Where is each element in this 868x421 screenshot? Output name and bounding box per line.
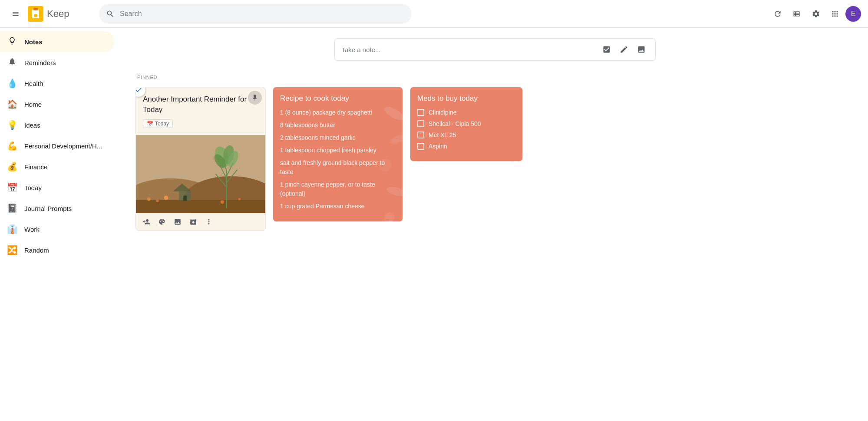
sidebar-label-ideas: Ideas <box>24 122 40 129</box>
sidebar-label-work: Work <box>24 226 40 233</box>
svg-rect-7 <box>136 200 265 213</box>
svg-point-11 <box>221 200 224 204</box>
search-icon <box>106 10 115 18</box>
sidebar: Notes Reminders 💧 Health 🏠 Home 💡 Ideas … <box>0 28 122 421</box>
sidebar-item-ideas[interactable]: 💡 Ideas <box>0 115 115 135</box>
meds-card-content: Meds to buy today Clinidipine Shellcal -… <box>410 87 522 161</box>
checkbox-3[interactable] <box>417 132 424 138</box>
meds-item-4[interactable]: Aspirin <box>417 143 515 150</box>
tag-label: Today <box>155 121 169 127</box>
reminder-card-title: Another Important Reminder for Today <box>143 94 258 115</box>
recipe-item-1: 1 (8 ounce) package dry spaghetti <box>280 108 396 117</box>
new-image-button[interactable] <box>634 43 648 56</box>
sidebar-label-health: Health <box>24 80 43 87</box>
work-icon: 👔 <box>7 224 17 234</box>
recipe-item-7: 1 cup grated Parmesan cheese <box>280 202 396 211</box>
sidebar-item-home[interactable]: 🏠 Home <box>0 94 115 115</box>
reminder-card-content: Another Important Reminder for Today 📅 T… <box>136 87 265 135</box>
menu-button[interactable] <box>7 5 24 23</box>
search-input[interactable] <box>120 10 405 18</box>
sidebar-item-work[interactable]: 👔 Work <box>0 219 115 240</box>
recipe-card-title: Recipe to cook today <box>280 94 396 103</box>
new-drawing-button[interactable] <box>617 43 631 56</box>
notes-grid: Another Important Reminder for Today 📅 T… <box>135 87 854 231</box>
avatar[interactable]: E <box>845 6 861 22</box>
keep-logo <box>28 6 43 22</box>
note-card-reminder[interactable]: Another Important Reminder for Today 📅 T… <box>135 87 266 231</box>
svg-point-10 <box>164 195 168 200</box>
note-card-recipe[interactable]: Recipe to cook today 1 (8 ounce) package… <box>273 87 403 222</box>
reminder-tag: 📅 Today <box>143 119 173 128</box>
home-icon: 🏠 <box>7 99 17 109</box>
personal-icon: 💪 <box>7 141 17 151</box>
layout: Notes Reminders 💧 Health 🏠 Home 💡 Ideas … <box>0 28 868 421</box>
card-illustration <box>136 135 265 213</box>
pinned-section-label: PINNED <box>135 75 854 80</box>
sidebar-item-reminders[interactable]: Reminders <box>0 52 115 73</box>
meds-label-3: Met XL 25 <box>429 132 456 138</box>
header-left: Keep <box>7 5 94 23</box>
recipe-item-3: 2 tablespoons minced garlic <box>280 133 396 142</box>
sidebar-item-personal[interactable]: 💪 Personal Development/H... <box>0 135 115 156</box>
sidebar-item-today[interactable]: 📅 Today <box>0 177 115 198</box>
main-content: Take a note... PINNED <box>122 28 868 421</box>
checkbox-2[interactable] <box>417 120 424 127</box>
recipe-card-content: Recipe to cook today 1 (8 ounce) package… <box>273 87 403 221</box>
recipe-item-5: salt and freshly ground black pepper to … <box>280 158 396 177</box>
sidebar-label-journal: Journal Prompts <box>24 205 72 212</box>
sidebar-item-notes[interactable]: Notes <box>0 31 115 52</box>
sidebar-item-journal[interactable]: 📓 Journal Prompts <box>0 198 115 219</box>
app-title: Keep <box>47 8 69 20</box>
search-bar[interactable] <box>99 4 412 24</box>
sidebar-label-finance: Finance <box>24 163 47 171</box>
svg-rect-2 <box>33 8 38 10</box>
sidebar-label-today: Today <box>24 184 42 191</box>
meds-card-title: Meds to buy today <box>417 94 515 103</box>
meds-item-2[interactable]: Shellcal - Cipla 500 <box>417 120 515 127</box>
health-icon: 💧 <box>7 78 17 89</box>
sidebar-item-finance[interactable]: 💰 Finance <box>0 156 115 177</box>
layout-button[interactable] <box>788 5 805 23</box>
illustration-svg <box>136 135 265 213</box>
reminders-icon <box>7 57 17 68</box>
sidebar-item-health[interactable]: 💧 Health <box>0 73 115 94</box>
svg-point-8 <box>147 197 151 201</box>
meds-item-1[interactable]: Clinidipine <box>417 109 515 116</box>
ideas-icon: 💡 <box>7 120 17 130</box>
more-options-button[interactable] <box>202 215 216 229</box>
take-note-placeholder: Take a note... <box>342 46 594 53</box>
checkbox-4[interactable] <box>417 143 424 150</box>
header: Keep E <box>0 0 868 28</box>
meds-label-1: Clinidipine <box>429 109 457 116</box>
sidebar-item-random[interactable]: 🔀 Random <box>0 240 115 260</box>
today-icon: 📅 <box>7 182 17 193</box>
take-note-actions <box>600 43 648 56</box>
sidebar-label-personal: Personal Development/H... <box>24 142 102 150</box>
refresh-button[interactable] <box>769 5 786 23</box>
note-card-meds[interactable]: Meds to buy today Clinidipine Shellcal -… <box>410 87 523 161</box>
checkbox-1[interactable] <box>417 109 424 116</box>
svg-rect-25 <box>183 195 187 201</box>
meds-item-3[interactable]: Met XL 25 <box>417 132 515 138</box>
finance-icon: 💰 <box>7 161 17 172</box>
archive-card-button[interactable]: Archive <box>186 215 200 229</box>
recipe-item-2: 8 tablespoons butter <box>280 121 396 130</box>
random-icon: 🔀 <box>7 245 17 255</box>
sidebar-label-random: Random <box>24 247 49 254</box>
svg-point-3 <box>34 14 37 17</box>
add-image-card-button[interactable] <box>171 215 185 229</box>
sidebar-label-reminders: Reminders <box>24 59 56 66</box>
meds-label-2: Shellcal - Cipla 500 <box>429 120 481 127</box>
new-list-button[interactable] <box>600 43 614 56</box>
recipe-item-6: 1 pinch cayenne pepper, or to taste (opt… <box>280 180 396 198</box>
header-actions: E <box>769 5 861 23</box>
add-person-button[interactable] <box>139 215 153 229</box>
svg-point-12 <box>238 197 241 200</box>
notes-icon <box>7 36 17 47</box>
take-note-bar[interactable]: Take a note... <box>334 38 656 61</box>
settings-button[interactable] <box>807 5 825 23</box>
unpin-button[interactable] <box>248 91 262 105</box>
recipe-item-4: 1 tablespoon chopped fresh parsley <box>280 146 396 155</box>
change-color-button[interactable] <box>155 215 169 229</box>
apps-button[interactable] <box>826 5 844 23</box>
